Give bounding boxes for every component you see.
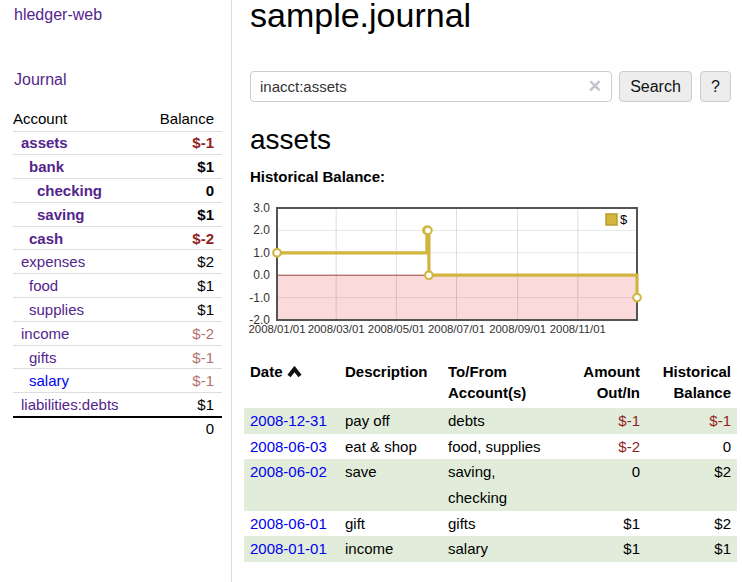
help-button[interactable]: ? [700, 71, 731, 102]
transaction-amount: $1 [560, 536, 646, 562]
sidebar: hledger-web Journal Account Balance asse… [0, 0, 232, 582]
accounts-header-account: Account [13, 107, 144, 131]
register-row: 2008-06-03eat & shopfood, supplies$-20 [244, 434, 737, 460]
account-heading: assets [250, 124, 331, 156]
svg-text:2008/07/01: 2008/07/01 [428, 323, 485, 335]
account-balance: $1 [144, 202, 222, 226]
transaction-amount: $-1 [560, 408, 646, 434]
transaction-description: pay off [339, 408, 442, 434]
account-row: food$1 [13, 274, 222, 298]
account-row: liabilities:debts$1 [13, 393, 222, 417]
transaction-accounts: food, supplies [442, 434, 560, 460]
account-row: salary$-1 [13, 369, 222, 393]
accounts-total-balance: 0 [144, 417, 222, 441]
svg-text:2008/03/01: 2008/03/01 [308, 323, 365, 335]
page-title: sample.journal [250, 0, 471, 35]
account-link[interactable]: gifts [29, 349, 57, 366]
chart-title: Historical Balance: [250, 168, 385, 185]
register-row: 2008-06-02savesaving, checking0$2 [244, 459, 737, 510]
account-balance: $-1 [144, 131, 222, 155]
transaction-amount: 0 [560, 459, 646, 510]
nav-journal-link[interactable]: Journal [14, 71, 66, 89]
register-header-amount: AmountOut/In [560, 361, 646, 408]
account-row: checking0 [13, 179, 222, 203]
account-row: cash$-2 [13, 226, 222, 250]
transaction-description: income [339, 536, 442, 562]
account-balance: $1 [144, 155, 222, 179]
svg-text:2008/09/01: 2008/09/01 [489, 323, 546, 335]
account-row: expenses$2 [13, 250, 222, 274]
account-balance: $-2 [144, 226, 222, 250]
transaction-accounts: saving, checking [442, 459, 560, 510]
register-header-label2: Account(s) [448, 384, 526, 401]
clear-search-icon[interactable]: ✕ [588, 78, 602, 95]
search-button[interactable]: Search [619, 71, 692, 102]
account-link[interactable]: food [29, 277, 58, 294]
account-balance: $1 [144, 298, 222, 322]
balance-chart[interactable]: 3.02.01.00.0-1.0-2.02008/01/012008/03/01… [244, 202, 648, 342]
register-row: 2008-01-01incomesalary$1$1 [244, 536, 737, 562]
account-row: supplies$1 [13, 298, 222, 322]
main-content: sample.journal ✕ Search ? assets Histori… [233, 0, 742, 582]
svg-text:-1.0: -1.0 [249, 291, 270, 305]
register-header-date[interactable]: Date [244, 361, 339, 408]
account-balance: $-2 [144, 321, 222, 345]
chart-legend: $ [606, 212, 628, 227]
account-link[interactable]: checking [37, 182, 102, 199]
account-balance: $-1 [144, 369, 222, 393]
brand-link[interactable]: hledger-web [14, 6, 102, 24]
register-header-label: Date [250, 363, 283, 380]
transaction-date-link[interactable]: 2008-01-01 [250, 540, 327, 557]
accounts-header-balance: Balance [144, 107, 222, 131]
account-link[interactable]: liabilities:debts [21, 396, 119, 413]
account-link[interactable]: assets [21, 134, 68, 151]
transaction-accounts: salary [442, 536, 560, 562]
account-row: bank$1 [13, 155, 222, 179]
transaction-date-link[interactable]: 2008-06-03 [250, 438, 327, 455]
transaction-date-link[interactable]: 2008-12-31 [250, 412, 327, 429]
register-row: 2008-12-31pay offdebts$-1$-1 [244, 408, 737, 434]
transaction-amount: $1 [560, 511, 646, 537]
search-input[interactable] [250, 71, 612, 102]
transaction-amount: $-2 [560, 434, 646, 460]
account-link[interactable]: cash [29, 230, 63, 247]
svg-text:2.0: 2.0 [253, 223, 270, 237]
account-link[interactable]: saving [37, 206, 85, 223]
account-balance: $-1 [144, 345, 222, 369]
sort-asc-icon [287, 366, 302, 378]
register-header-label2: Balance [673, 384, 731, 401]
transaction-date-link[interactable]: 2008-06-01 [250, 515, 327, 532]
register-header-label: Amount [583, 363, 640, 380]
account-link[interactable]: supplies [29, 301, 84, 318]
search-form: ✕ Search ? [250, 71, 737, 102]
account-row: saving$1 [13, 202, 222, 226]
account-link[interactable]: income [21, 325, 69, 342]
transaction-date-link[interactable]: 2008-06-02 [250, 463, 327, 480]
transaction-description: gift [339, 511, 442, 537]
register-table: DateDescriptionTo/FromAccount(s)AmountOu… [244, 361, 737, 562]
register-header-label2: Out/In [597, 384, 640, 401]
transaction-balance: 0 [646, 434, 737, 460]
register-header-label: Description [345, 363, 428, 380]
account-balance: $1 [144, 393, 222, 417]
transaction-balance: $2 [646, 511, 737, 537]
transaction-description: save [339, 459, 442, 510]
account-link[interactable]: salary [29, 372, 69, 389]
register-header-label: To/From [448, 363, 507, 380]
register-header-historical: HistoricalBalance [646, 361, 737, 408]
svg-text:3.0: 3.0 [253, 202, 270, 215]
account-row: assets$-1 [13, 131, 222, 155]
account-row: income$-2 [13, 321, 222, 345]
register-header-label: Historical [663, 363, 731, 380]
svg-text:2008/01/01: 2008/01/01 [248, 323, 305, 335]
svg-text:0.0: 0.0 [253, 268, 270, 282]
account-row: gifts$-1 [13, 345, 222, 369]
transaction-accounts: debts [442, 408, 560, 434]
transaction-balance: $2 [646, 459, 737, 510]
account-balance: 0 [144, 179, 222, 203]
account-link[interactable]: bank [29, 158, 64, 175]
svg-text:$: $ [620, 212, 628, 227]
account-balance: $1 [144, 274, 222, 298]
account-link[interactable]: expenses [21, 253, 85, 270]
transaction-description: eat & shop [339, 434, 442, 460]
